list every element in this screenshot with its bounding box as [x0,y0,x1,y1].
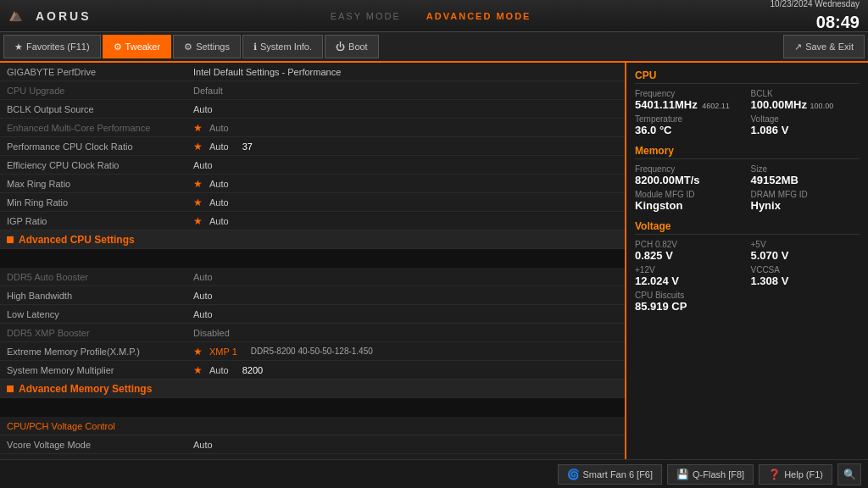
pch-label: PCH 0.82V [635,240,744,249]
module-mfg-item: Module MFG ID Kingston [635,190,744,212]
save-exit-label: Save & Exit [805,42,854,52]
setting-value: Default [193,86,618,96]
memory-freq-value: 8200.00MT/s [635,174,744,186]
memory-freq-label: Frequency [635,164,744,174]
setting-label: GIGABYTE PerfDrive [7,67,193,77]
list-item[interactable]: Performance CPU Clock Ratio ★ Auto 37 [0,137,625,156]
list-item[interactable]: Efficiency CPU Clock Ratio Auto [0,156,625,175]
info-panel: CPU Frequency 5401.11MHz 4602.11 BCLK 10… [626,63,868,459]
setting-label: CPU Upgrade [7,86,193,96]
mode-tabs: EASY MODE ADVANCED MODE [92,11,771,21]
voltage-section-label: CPU/PCH Voltage Control [7,421,193,431]
setting-value: Intel Default Settings - Performance [193,67,618,77]
module-mfg-label: Module MFG ID [635,190,744,199]
vccsa-value: 1.308 V [751,274,860,287]
list-item[interactable]: Low Latency Auto [0,305,625,324]
datetime: 10/23/2024 Wednesday 08:49 [771,0,860,34]
setting-label: DDR5 XMP Booster [7,328,193,338]
qflash-label: Q-Flash [F8] [693,469,744,480]
tweaker-button[interactable]: ⚙ Tweaker [103,35,172,58]
list-item[interactable]: GIGABYTE PerfDrive Intel Default Setting… [0,63,625,81]
pch-item: PCH 0.82V 0.825 V [635,240,744,262]
dram-mfg-value: Hynix [751,199,860,212]
save-exit-icon: ↗ [794,42,802,53]
module-mfg-value: Kingston [635,199,744,212]
setting-value: Auto [193,160,618,170]
system-info-button[interactable]: ℹ System Info. [242,35,323,58]
section-header-memory[interactable]: Advanced Memory Settings [0,380,625,398]
list-item[interactable]: Max Ring Ratio ★ Auto [0,175,625,193]
qflash-button[interactable]: 💾 Q-Flash [F8] [667,464,754,485]
list-item: CPU/PCH Voltage Control [0,417,625,435]
smart-fan-label: Smart Fan 6 [F6] [583,469,654,480]
setting-label: DDR5 Auto Booster [7,272,193,282]
bclk-label: BCLK [751,89,860,98]
qflash-icon: 💾 [676,469,689,480]
setting-value: ★ Auto 8200 [193,364,618,376]
cpu-frequency-item: Frequency 5401.11MHz 4602.11 [635,89,744,111]
list-item[interactable]: High Bandwidth Auto [0,286,625,305]
list-item[interactable]: Enhanced Multi-Core Performance ★ Auto [0,119,625,137]
voltage-info-section: Voltage PCH 0.82V 0.825 V +5V 5.070 V +1… [635,220,860,313]
boot-icon: ⏻ [336,42,345,52]
cpu-temp-label: Temperature [635,114,744,124]
setting-label: System Memory Multiplier [7,365,193,375]
memory-size-value: 49152MB [751,174,860,186]
setting-value: ★ Auto [193,197,618,208]
setting-value: Disabled [193,328,618,338]
search-icon: 🔍 [843,469,856,480]
footer: 🌀 Smart Fan 6 [F6] 💾 Q-Flash [F8] ❓ Help… [0,459,868,488]
list-item[interactable]: DDR5 Auto Booster Auto [0,268,625,286]
setting-label: BCLK Output Source [7,104,193,114]
settings-button[interactable]: ⚙ Settings [173,35,241,58]
section-header-cpu[interactable]: Advanced CPU Settings [0,230,625,249]
plus5v-label: +5V [751,240,860,249]
setting-value: Auto [193,104,618,114]
time-display: 08:49 [771,10,860,34]
dram-mfg-item: DRAM MFG ID Hynix [751,190,860,212]
setting-value: ★ Auto 1.017V [193,458,618,460]
favorites-icon: ★ [14,42,23,53]
list-item[interactable]: Min Ring Ratio ★ Auto [0,193,625,212]
boot-button[interactable]: ⏻ Boot [325,35,379,58]
smart-fan-button[interactable]: 🌀 Smart Fan 6 [F6] [558,464,663,485]
setting-value: Auto [193,440,618,450]
list-item[interactable]: IGP Ratio ★ Auto [0,212,625,230]
setting-label: Efficiency CPU Clock Ratio [7,160,193,170]
list-item[interactable]: CPU Vcore ★ Auto 1.017V [0,454,625,459]
settings-icon: ⚙ [184,42,192,53]
cpu-section-title: CPU [635,69,860,84]
list-item[interactable]: CPU Upgrade Default [0,81,625,100]
navbar: ★ Favorites (F11) ⚙ Tweaker ⚙ Settings ℹ… [0,32,868,63]
list-item[interactable]: DDR5 XMP Booster Disabled [0,324,625,342]
tweaker-label: Tweaker [125,42,161,52]
smart-fan-icon: 🌀 [567,469,580,480]
list-item[interactable]: BCLK Output Source Auto [0,100,625,119]
extra-value: 8200 [242,365,263,375]
memory-size-item: Size 49152MB [751,164,860,186]
memory-info-grid: Frequency 8200.00MT/s Size 49152MB Modul… [635,164,860,212]
list-item[interactable]: Vcore Voltage Mode Auto [0,435,625,454]
list-item[interactable]: System Memory Multiplier ★ Auto 8200 [0,361,625,380]
save-exit-button[interactable]: ↗ Save & Exit [783,35,865,58]
settings-label: Settings [196,42,230,52]
help-button[interactable]: ❓ Help (F1) [759,464,832,485]
plus5v-item: +5V 5.070 V [751,240,860,262]
cpu-frequency-value: 5401.11MHz 4602.11 [635,98,744,111]
cpu-biscuits-label: CPU Biscuits [635,291,860,300]
cpu-frequency-label: Frequency [635,89,744,98]
vccsa-label: VCCSA [751,265,860,274]
bclk-item: BCLK 100.00MHz 100.00 [751,89,860,111]
advanced-mode-tab[interactable]: ADVANCED MODE [426,11,531,21]
voltage-info-grid: PCH 0.82V 0.825 V +5V 5.070 V +12V 12.02… [635,240,860,313]
easy-mode-tab[interactable]: EASY MODE [331,11,401,21]
section-square-icon [7,236,14,243]
setting-value: Auto [193,309,618,319]
cpu-voltage-item: Voltage 1.086 V [751,114,860,136]
search-button[interactable]: 🔍 [837,463,861,485]
list-item[interactable]: Extreme Memory Profile(X.M.P.) ★ XMP 1 D… [0,342,625,361]
extra-value: 37 [242,141,253,152]
favorites-button[interactable]: ★ Favorites (F11) [3,35,101,58]
boot-label: Boot [348,42,368,52]
cpu-voltage-label: Voltage [751,114,860,124]
